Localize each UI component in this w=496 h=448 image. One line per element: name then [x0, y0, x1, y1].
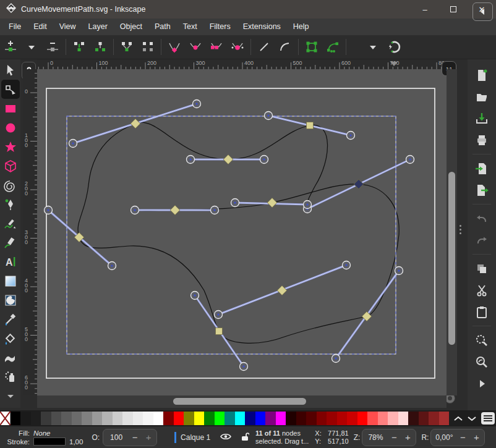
layer-lock-icon[interactable]	[241, 432, 249, 443]
ellipse[interactable]	[1, 118, 20, 137]
redo[interactable]	[471, 229, 492, 251]
palette-swatch[interactable]	[184, 412, 194, 425]
palette-swatch[interactable]	[317, 412, 327, 425]
palette-swatch[interactable]	[327, 412, 337, 425]
break-nodes[interactable]	[90, 37, 111, 57]
palette-swatch[interactable]	[378, 412, 388, 425]
palette-swatch[interactable]	[347, 412, 357, 425]
rotation-decrease-button[interactable]: −	[458, 432, 467, 442]
menu-text[interactable]: Text	[177, 19, 203, 35]
rotation-value[interactable]: 0,00°	[435, 433, 453, 442]
canvas-options-kebab-icon[interactable]	[460, 225, 461, 234]
layer-name[interactable]: Calque 1	[181, 433, 210, 442]
paint-bucket[interactable]	[1, 329, 20, 348]
palette-swatch[interactable]	[408, 412, 419, 425]
star[interactable]	[1, 137, 20, 156]
path-node-square[interactable]	[307, 122, 314, 129]
zoom-selection[interactable]	[471, 329, 492, 351]
vertical-ruler[interactable]: 0100200300400500600	[23, 69, 37, 395]
menu-extensions[interactable]: Extensions	[237, 19, 287, 35]
more-tools[interactable]	[1, 386, 20, 405]
new-document[interactable]	[471, 64, 492, 86]
path-node-square[interactable]	[216, 328, 223, 335]
vertical-scrollbar-thumb[interactable]	[448, 172, 455, 345]
palette-swatch[interactable]	[163, 412, 174, 425]
palette-swatch[interactable]	[255, 412, 266, 425]
expand[interactable]	[471, 373, 492, 394]
maximize-button[interactable]	[439, 0, 468, 19]
palette-swatch[interactable]	[245, 412, 255, 425]
zoom-increase-button[interactable]: +	[403, 432, 412, 442]
more-options[interactable]	[362, 37, 383, 57]
palette-swatch[interactable]	[337, 412, 348, 425]
text[interactable]: A	[1, 252, 20, 271]
palette-swatch[interactable]	[419, 412, 429, 425]
rotation-spinner[interactable]: 0,00° − +	[430, 429, 485, 446]
palette-swatch[interactable]	[61, 412, 72, 425]
join-with-segment[interactable]	[116, 37, 137, 57]
copy[interactable]	[471, 258, 492, 279]
calligraphy[interactable]	[1, 233, 20, 252]
pen[interactable]	[1, 195, 20, 214]
node-corner[interactable]	[164, 37, 185, 57]
node-smooth[interactable]	[185, 37, 206, 57]
segment-curve[interactable]	[275, 37, 296, 57]
node-editor[interactable]	[1, 80, 20, 99]
opacity-decrease-button[interactable]: −	[130, 432, 139, 442]
palette-swatch[interactable]	[102, 412, 113, 425]
spray[interactable]	[1, 367, 20, 386]
zoom-value[interactable]: 78%	[366, 433, 385, 442]
palette-swatch[interactable]	[215, 412, 225, 425]
menu-filters[interactable]: Filters	[203, 19, 237, 35]
delete-node[interactable]	[42, 37, 63, 57]
export[interactable]	[471, 179, 492, 201]
palette-swatch[interactable]	[306, 412, 317, 425]
cut[interactable]	[471, 279, 492, 301]
palette-swatch[interactable]	[265, 412, 276, 425]
zoom-decrease-button[interactable]: −	[390, 432, 398, 442]
tweak[interactable]	[1, 348, 20, 367]
palette-swatch[interactable]	[398, 412, 409, 425]
palette-swatch[interactable]	[194, 412, 205, 425]
palette-swatch[interactable]	[20, 412, 31, 425]
palette-swatch[interactable]	[133, 412, 143, 425]
palette-swatch[interactable]	[82, 412, 92, 425]
open[interactable]	[471, 86, 492, 108]
collapse-panel-button[interactable]	[472, 2, 493, 21]
palette-swatch[interactable]	[204, 412, 215, 425]
palette-menu-button[interactable]	[481, 412, 495, 425]
palette-swatch[interactable]	[357, 412, 368, 425]
palette-swatch[interactable]	[92, 412, 103, 425]
opacity-spinner[interactable]: 100 − +	[103, 429, 157, 446]
palette-swatch[interactable]	[235, 412, 246, 425]
dropper[interactable]	[1, 310, 20, 329]
palette-swatch[interactable]	[11, 412, 21, 425]
palette-scroll-up-button[interactable]	[454, 416, 463, 421]
menu-layer[interactable]: Layer	[82, 19, 114, 35]
join-nodes[interactable]	[69, 37, 90, 57]
menu-path[interactable]: Path	[148, 19, 177, 35]
insert-node-menu[interactable]	[21, 37, 42, 57]
palette-swatch-none[interactable]	[0, 412, 11, 425]
palette-scroll-down-button[interactable]	[468, 416, 476, 421]
menu-edit[interactable]: Edit	[27, 19, 53, 35]
zoom-spinner[interactable]: 78% − +	[362, 429, 416, 446]
zoom-drawing[interactable]	[471, 351, 492, 373]
insert-node[interactable]	[0, 37, 21, 57]
palette-swatch[interactable]	[296, 412, 307, 425]
object-to-path[interactable]	[301, 37, 322, 57]
paste[interactable]	[471, 301, 492, 323]
mesh[interactable]	[1, 290, 20, 310]
gradient[interactable]	[1, 271, 20, 290]
segment-line[interactable]	[254, 37, 275, 57]
palette-swatch[interactable]	[224, 412, 235, 425]
stroke-width-value[interactable]: 1,00	[69, 437, 83, 446]
palette-swatch[interactable]	[388, 412, 398, 425]
print[interactable]	[471, 129, 492, 151]
menu-view[interactable]: View	[53, 19, 82, 35]
node-symmetric[interactable]	[206, 37, 227, 57]
palette-swatch[interactable]	[367, 412, 378, 425]
palette-swatch[interactable]	[72, 412, 82, 425]
menu-object[interactable]: Object	[114, 19, 148, 35]
fill-value[interactable]: None	[33, 429, 51, 437]
